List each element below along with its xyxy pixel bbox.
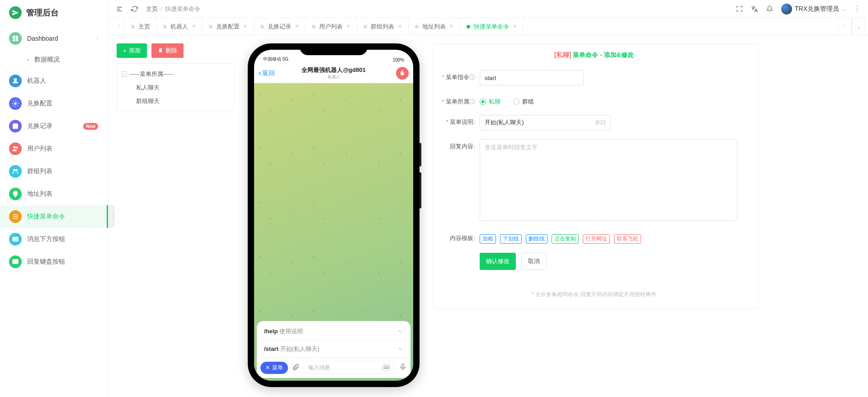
more-icon[interactable]: ⋮ — [854, 5, 861, 13]
phone-commands-panel: /help使用说明 ↖ /start开始(私人聊天) ↖ ✕ — [257, 321, 410, 378]
delete-button[interactable]: 删除 — [151, 43, 184, 58]
label-command: 菜单指令ⓘ — [442, 70, 480, 81]
close-icon[interactable]: ✕ — [295, 24, 299, 29]
svg-rect-9 — [13, 260, 18, 264]
phone-preview: 中国移动 5G 100% ‹ 返回 全网最强机器人@gd801 机器人 — [248, 43, 420, 387]
template-tag[interactable]: 点击复制 — [552, 234, 579, 244]
sidebar-sub-overview[interactable]: 数据概况 — [0, 50, 108, 70]
dashboard-icon — [9, 32, 22, 45]
tab[interactable]: 快捷菜单命令✕ — [460, 18, 524, 35]
user-menu[interactable]: TRX兑换管理员 ⌄ — [781, 4, 845, 14]
form-title-rest: 菜单命令 - 添加&修改 — [573, 51, 634, 58]
arrow-up-left-icon: ↖ — [398, 346, 403, 353]
tab[interactable]: 群组列表✕ — [357, 18, 409, 35]
phone-back-button[interactable]: ‹ 返回 — [259, 68, 275, 78]
menu-item-icon — [9, 188, 22, 200]
tree-root[interactable]: − -----菜单所属----- — [119, 67, 232, 81]
sidebar: 管理后台 Dashboard 〈 数据概况 机器人兑换配置兑换记录New用户列表… — [0, 0, 108, 397]
logo-text: 管理后台 — [26, 7, 59, 18]
menu-item-icon — [9, 165, 22, 178]
close-icon[interactable]: ✕ — [398, 24, 402, 29]
svg-point-6 — [16, 169, 18, 171]
radio-private[interactable]: 私聊 — [480, 98, 500, 106]
sidebar-item[interactable]: 用户列表 — [0, 137, 108, 160]
sidebar-item[interactable]: 机器人 — [0, 70, 108, 92]
close-icon[interactable]: ✕ — [513, 24, 517, 29]
form-panel: [私聊] 菜单命令 - 添加&修改 菜单指令ⓘ 菜单所属ⓘ — [433, 43, 759, 309]
new-badge: New — [83, 123, 98, 130]
svg-rect-10 — [402, 364, 404, 368]
tab[interactable]: 主页 — [125, 18, 157, 35]
phone-subtitle: 机器人 — [254, 74, 413, 80]
logo: 管理后台 — [0, 0, 108, 25]
sidebar-item[interactable]: 回复键盘按钮 — [0, 250, 108, 273]
breadcrumb-home[interactable]: 主页 — [146, 5, 158, 13]
tab[interactable]: 兑换记录✕ — [254, 18, 306, 35]
attach-icon[interactable] — [292, 363, 300, 373]
collapse-sidebar-icon[interactable] — [116, 5, 123, 13]
add-button[interactable]: + 添加 — [117, 43, 147, 58]
reply-textarea[interactable] — [480, 139, 737, 221]
phone-command-row[interactable]: /start开始(私人聊天) ↖ — [259, 340, 409, 358]
menu-item-icon — [9, 210, 22, 223]
menu-item-icon — [9, 142, 22, 155]
template-tag[interactable]: 下划线 — [500, 234, 522, 244]
sidebar-item[interactable]: 地址列表 — [0, 183, 108, 205]
svg-point-1 — [14, 103, 16, 104]
phone-chat-body: /help使用说明 ↖ /start开始(私人聊天) ↖ ✕ — [254, 83, 413, 381]
sidebar-item[interactable]: 兑换记录New — [0, 115, 108, 137]
desc-input[interactable] — [485, 119, 595, 126]
tree-child[interactable]: 群组聊天 — [119, 95, 232, 108]
sidebar-menu: Dashboard 〈 数据概况 机器人兑换配置兑换记录New用户列表群组列表地… — [0, 25, 108, 397]
close-icon[interactable]: ✕ — [449, 24, 453, 29]
command-input[interactable] — [480, 70, 584, 85]
svg-point-0 — [14, 79, 16, 81]
svg-point-5 — [13, 169, 15, 171]
svg-point-4 — [16, 147, 18, 148]
tabs-right-icon[interactable]: 〉 — [838, 18, 852, 35]
tab[interactable]: 机器人✕ — [157, 18, 203, 35]
template-tag[interactable]: 加粗 — [480, 234, 496, 244]
close-icon[interactable]: ✕ — [346, 24, 350, 29]
tab[interactable]: 用户列表✕ — [306, 18, 357, 35]
trash-icon — [158, 47, 163, 54]
sidebar-item[interactable]: 消息下方按钮 — [0, 228, 108, 250]
reload-icon[interactable] — [131, 5, 138, 12]
radio-group[interactable]: 群组 — [513, 98, 534, 106]
tab[interactable]: 地址列表✕ — [409, 18, 460, 35]
avatar — [781, 4, 792, 14]
menu-item-icon — [9, 97, 22, 110]
sidebar-item[interactable]: 快捷菜单命令 — [0, 205, 108, 228]
tree-collapse-icon[interactable]: − — [122, 71, 127, 77]
form-note: * 允许多条相同命令,回复不同内容绑定不同按钮事件 — [442, 291, 746, 298]
tabs-left-icon[interactable]: 〈 — [111, 18, 125, 35]
content: 〈 + 添加 删除 − — [108, 35, 868, 397]
chevron-up-icon: 〈 — [94, 35, 99, 43]
template-tag[interactable]: 联系飞机 — [614, 234, 641, 244]
mic-icon[interactable] — [399, 363, 407, 373]
tree-child[interactable]: 私人聊天 — [119, 81, 232, 95]
breadcrumb: 主页 / 快捷菜单命令 — [146, 5, 200, 13]
phone-header: ‹ 返回 全网最强机器人@gd801 机器人 — [254, 63, 413, 83]
fullscreen-icon[interactable] — [736, 5, 743, 12]
close-icon[interactable]: ✕ — [192, 24, 196, 29]
tabs-dropdown-icon[interactable]: ⌄ — [852, 18, 865, 35]
phone-command-row[interactable]: /help使用说明 ↖ — [259, 323, 409, 340]
phone-message-input[interactable]: 输入消息 ⌨ — [303, 361, 395, 374]
bell-icon[interactable] — [766, 5, 773, 12]
translate-icon[interactable] — [751, 5, 758, 13]
sidebar-item[interactable]: 兑换配置 — [0, 92, 108, 115]
collapse-left-handle[interactable]: 〈 — [108, 205, 115, 227]
tab[interactable]: 兑换配置✕ — [203, 18, 254, 35]
sidebar-item-dashboard[interactable]: Dashboard 〈 — [0, 27, 108, 50]
submit-button[interactable]: 确认修改 — [480, 253, 516, 270]
close-icon[interactable]: ✕ — [243, 24, 247, 29]
cancel-button[interactable]: 取消 — [521, 253, 547, 270]
phone-menu-button[interactable]: ✕ 菜单 — [260, 362, 288, 374]
phone-title: 全网最强机器人@gd801 — [254, 66, 413, 74]
svg-rect-8 — [13, 237, 18, 241]
sidebar-item[interactable]: 群组列表 — [0, 160, 108, 183]
template-tag[interactable]: 删除线 — [526, 234, 547, 244]
menu-tree: − -----菜单所属----- 私人聊天 群组聊天 — [117, 63, 234, 112]
template-tag[interactable]: 打开网址 — [583, 234, 610, 244]
